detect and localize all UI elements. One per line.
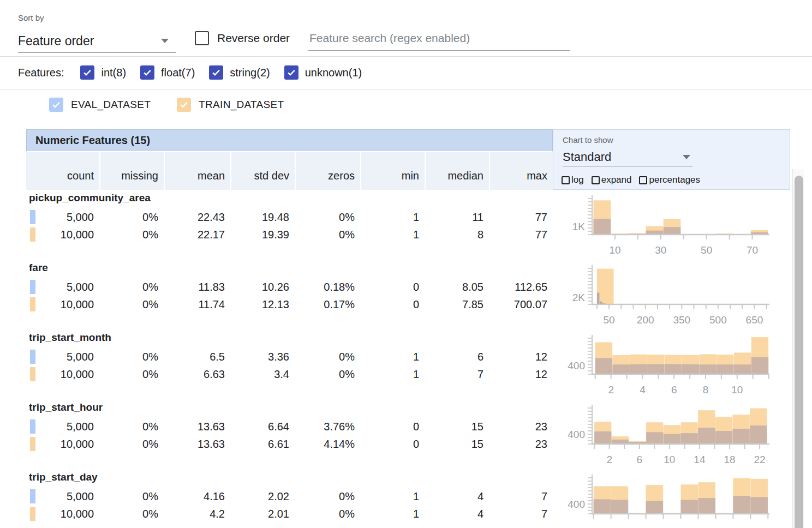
svg-text:200: 200 (637, 314, 654, 326)
svg-text:1K: 1K (572, 221, 586, 232)
reverse-order-checkbox[interactable] (195, 31, 209, 45)
stat-cell: 5,000 (26, 351, 99, 363)
stat-cell: 2.01 (230, 508, 295, 520)
stat-row-train-dataset: 10,0000%4.22.010%147 (26, 505, 553, 523)
stat-cell: 112.65 (489, 281, 553, 293)
column-header-count: count (26, 152, 99, 190)
stat-cell: 77 (489, 229, 553, 241)
dataset-legend: EVAL_DATASETTRAIN_DATASET (49, 93, 284, 117)
feature-type-filter-float-7: float(7) (140, 65, 195, 80)
checked-checkbox-icon[interactable] (80, 65, 94, 80)
stat-cell: 11 (425, 211, 489, 224)
dataset-name: EVAL_DATASET (71, 99, 151, 111)
stat-cell: 10,000 (26, 229, 99, 241)
stat-row-train-dataset: 10,0000%6.633.40%1712 (26, 365, 553, 383)
stat-cell: 7 (489, 508, 553, 520)
svg-text:8: 8 (703, 384, 709, 395)
divider (0, 89, 812, 89)
checked-checkbox-icon[interactable] (140, 65, 154, 80)
stat-cell: 0% (99, 229, 164, 241)
svg-text:10: 10 (731, 384, 743, 395)
log-option: log (562, 175, 584, 185)
stat-cell: 15 (425, 421, 489, 433)
histogram-trip-start-hour[interactable]: 4002610141822 (562, 403, 772, 473)
dataset-swatch (30, 210, 35, 224)
svg-text:400: 400 (568, 360, 585, 371)
stat-cell: 0% (99, 351, 164, 363)
stat-cell: 0 (360, 281, 425, 293)
percentages-checkbox[interactable] (639, 176, 647, 184)
checked-checkbox-icon[interactable] (209, 65, 223, 80)
stat-cell: 4.14% (295, 438, 360, 451)
stat-cell: 8 (425, 229, 489, 241)
feature-type-filter-int-8: int(8) (80, 65, 126, 80)
log-label: log (571, 175, 584, 185)
column-header-zeros: zeros (295, 152, 360, 190)
stat-row-train-dataset: 10,0000%11.7412.130.17%07.85700.07 (26, 296, 553, 313)
histogram-pickup-community-area[interactable]: 1K10305070 (562, 194, 772, 263)
stat-cell: 0% (99, 211, 164, 224)
feature-block-trip-start-day: trip_start_day5,0000%4.162.020%14710,000… (26, 471, 553, 528)
stat-cell: 0% (99, 438, 164, 451)
column-header-std-dev: std dev (230, 152, 295, 190)
feature-type-filter-unknown-1: unknown(1) (284, 65, 362, 80)
vertical-scrollbar[interactable] (792, 169, 804, 528)
percentages-option: percentages (639, 175, 700, 185)
scrollbar-thumb[interactable] (795, 176, 803, 528)
column-header-mean: mean (164, 152, 230, 190)
feature-search-input[interactable] (308, 27, 570, 51)
svg-text:14: 14 (694, 454, 706, 465)
chart-to-show-label: Chart to show (563, 135, 613, 145)
expand-checkbox[interactable] (592, 176, 600, 184)
dataset-swatch (30, 350, 35, 364)
svg-text:2: 2 (606, 454, 612, 465)
dataset-checkbox[interactable] (177, 98, 191, 112)
stat-cell: 6.63 (164, 368, 230, 381)
feature-block-trip-start-month: trip_start_month5,0000%6.53.360%161210,0… (26, 332, 553, 401)
svg-text:22: 22 (754, 454, 766, 465)
reverse-order-label: Reverse order (217, 32, 290, 45)
stat-cell: 700.07 (489, 298, 553, 311)
dataset-swatch (30, 227, 35, 242)
histogram-trip-start-month[interactable]: 400246810 (562, 333, 772, 403)
histogram-trip-start-day[interactable]: 400 (562, 473, 772, 528)
feature-type-label: string(2) (230, 67, 270, 79)
stat-cell: 10,000 (26, 438, 99, 451)
dataset-swatch (30, 280, 35, 294)
log-checkbox[interactable] (562, 176, 570, 184)
stat-cell: 4.16 (164, 490, 230, 503)
dataset-swatch (30, 367, 35, 381)
stat-cell: 3.76% (295, 421, 360, 433)
sort-by-select[interactable]: Feature order (18, 29, 176, 53)
stat-row-train-dataset: 10,0000%13.636.614.14%01523 (26, 435, 553, 453)
stat-cell: 1 (360, 229, 425, 241)
stat-cell: 19.39 (230, 229, 295, 241)
chart-type-select[interactable]: Standard (563, 148, 692, 166)
dataset-checkbox[interactable] (49, 98, 63, 112)
stat-cell: 12.13 (230, 298, 295, 311)
stat-cell: 11.74 (164, 298, 230, 311)
checked-checkbox-icon[interactable] (284, 65, 298, 80)
stat-cell: 0% (295, 508, 360, 520)
stat-cell: 7 (425, 368, 489, 381)
stat-cell: 0% (295, 368, 360, 381)
dataset-legend-eval-dataset: EVAL_DATASET (49, 98, 151, 112)
column-header-row: countmissingmeanstd devzerosminmedianmax (26, 152, 553, 190)
stat-cell: 3.36 (230, 351, 295, 363)
stat-row-train-dataset: 10,0000%22.1719.390%1877 (26, 226, 553, 243)
stat-cell: 15 (425, 438, 489, 451)
stat-cell: 2.02 (230, 490, 295, 503)
chart-type-value: Standard (563, 150, 611, 164)
stat-row-eval-dataset: 5,0000%22.4319.480%11177 (26, 208, 553, 226)
feature-type-label: unknown(1) (305, 67, 362, 79)
reverse-order-control: Reverse order (195, 31, 290, 45)
stat-cell: 7.85 (425, 298, 489, 311)
feature-name: fare (29, 262, 48, 274)
dataset-swatch (30, 437, 35, 451)
column-header-missing: missing (99, 152, 164, 190)
feature-type-filter-row: Features: int(8)float(7)string(2)unknown… (0, 57, 812, 89)
stat-cell: 0% (295, 211, 360, 224)
dataset-swatch (30, 489, 35, 503)
feature-block-fare: fare5,0000%11.8310.260.18%08.05112.6510,… (26, 262, 553, 332)
histogram-fare[interactable]: 2K50200350500650 (562, 263, 772, 333)
